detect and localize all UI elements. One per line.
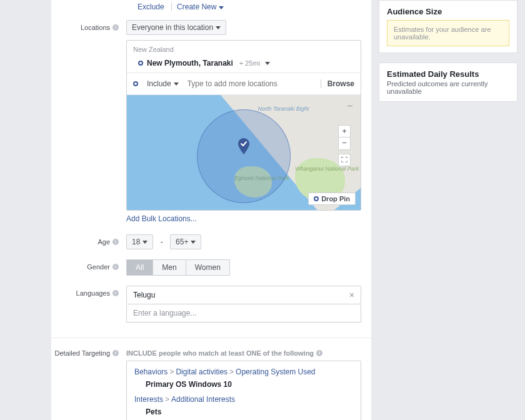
audience-size-title: Audience Size xyxy=(387,7,509,16)
chevron-down-icon xyxy=(216,26,221,29)
create-new-label: Create New xyxy=(177,2,216,11)
gender-segmented-control: All Men Women xyxy=(126,259,361,276)
audience-size-note: Estimates for your audience are unavaila… xyxy=(387,20,509,46)
create-new-link[interactable]: Create New xyxy=(177,2,224,11)
chevron-down-icon xyxy=(219,6,224,9)
location-box: New Zealand New Plymouth, Taranaki + 25m… xyxy=(126,40,361,211)
language-input-wrap xyxy=(126,304,361,322)
include-header: INCLUDE people who match at least ONE of… xyxy=(126,349,361,357)
location-map[interactable]: North Taranaki Bight Egmont National Par… xyxy=(127,94,361,210)
exclude-link[interactable]: Exclude xyxy=(138,2,164,11)
remove-language-button[interactable]: × xyxy=(349,290,354,300)
targeting-item-pets[interactable]: Pets xyxy=(146,408,353,416)
zoom-in-button[interactable]: + xyxy=(338,125,351,138)
info-icon: i xyxy=(112,350,119,356)
location-radius-chip[interactable]: + 25mi xyxy=(239,59,260,67)
locations-row: Locationsi Everyone in this location New… xyxy=(51,18,371,226)
chevron-down-icon xyxy=(174,82,179,86)
pin-icon xyxy=(314,196,319,201)
location-input-row: Include Browse xyxy=(127,72,361,94)
audience-top-links: Exclude Create New xyxy=(51,0,371,18)
gender-option-women[interactable]: Women xyxy=(186,259,230,276)
zoom-out-button[interactable]: − xyxy=(338,138,351,150)
chevron-down-icon xyxy=(191,241,196,244)
include-mode-dropdown[interactable]: Include xyxy=(142,77,184,91)
detailed-targeting-label: Detailed Targetingi xyxy=(51,349,126,357)
location-scope-dropdown[interactable]: Everyone in this location xyxy=(126,20,226,35)
location-browse-button[interactable]: Browse xyxy=(321,79,354,88)
map-expand-button[interactable]: ⛶ xyxy=(338,154,351,166)
chevron-down-icon xyxy=(142,241,148,244)
targeting-breadcrumb-interests[interactable]: Interests>Additional Interests xyxy=(134,395,353,404)
age-range-separator: - xyxy=(156,238,168,246)
chevron-down-icon xyxy=(265,62,270,65)
gender-option-all[interactable]: All xyxy=(126,259,153,276)
audience-size-card: Audience Size Estimates for your audienc… xyxy=(379,0,518,53)
gender-label: Genderi xyxy=(51,259,126,271)
detailed-targeting-box: Behaviors>Digital activities>Operating S… xyxy=(126,361,361,420)
add-bulk-locations-link[interactable]: Add Bulk Locations... xyxy=(126,214,197,223)
age-max-dropdown[interactable]: 65+ xyxy=(170,234,201,249)
daily-results-card: Estimated Daily Results Predicted outcom… xyxy=(379,62,518,102)
info-icon: i xyxy=(112,290,119,296)
daily-results-note: Predicted outcomes are currently unavail… xyxy=(387,80,509,95)
info-icon: i xyxy=(112,264,119,270)
location-city: New Plymouth, Taranaki xyxy=(147,59,233,68)
locations-label: Locationsi xyxy=(51,20,126,31)
language-input[interactable] xyxy=(133,309,354,318)
targeting-breadcrumb-behaviors[interactable]: Behaviors>Digital activities>Operating S… xyxy=(134,368,353,376)
location-country: New Zealand xyxy=(127,41,361,57)
gender-option-men[interactable]: Men xyxy=(153,259,186,276)
language-selected: Telugu × xyxy=(126,286,361,304)
drop-pin-button[interactable]: Drop Pin xyxy=(308,192,356,205)
age-min-dropdown[interactable]: 18 xyxy=(126,234,153,249)
age-row: Agei 18 - 65+ xyxy=(51,232,371,252)
info-icon: i xyxy=(316,350,322,356)
language-value: Telugu xyxy=(133,291,155,299)
side-panel: Audience Size Estimates for your audienc… xyxy=(379,0,518,111)
info-icon: i xyxy=(112,239,119,245)
map-pin-icon[interactable] xyxy=(238,138,250,156)
pin-icon xyxy=(133,81,138,86)
pin-icon xyxy=(138,61,143,66)
languages-label: Languagesi xyxy=(51,286,126,297)
location-item[interactable]: New Plymouth, Taranaki + 25mi xyxy=(127,57,361,72)
map-label-whanganui: Whanganui National Park xyxy=(295,166,359,172)
main-panel: Exclude Create New Locationsi Everyone i… xyxy=(51,0,371,420)
detailed-targeting-row: Detailed Targetingi INCLUDE people who m… xyxy=(51,347,371,420)
targeting-item-os[interactable]: Primary OS Windows 10 xyxy=(146,380,353,389)
age-label: Agei xyxy=(51,234,126,246)
map-close-button[interactable]: – xyxy=(344,100,356,111)
gender-row: Genderi All Men Women xyxy=(51,257,371,278)
languages-row: Languagesi Telugu × xyxy=(51,283,371,325)
map-label-bight: North Taranaki Bight xyxy=(258,106,309,112)
daily-results-title: Estimated Daily Results xyxy=(387,69,509,79)
section-divider xyxy=(51,338,371,338)
info-icon: i xyxy=(112,24,119,31)
location-search-input[interactable] xyxy=(188,79,317,88)
radius-circle xyxy=(197,109,291,203)
